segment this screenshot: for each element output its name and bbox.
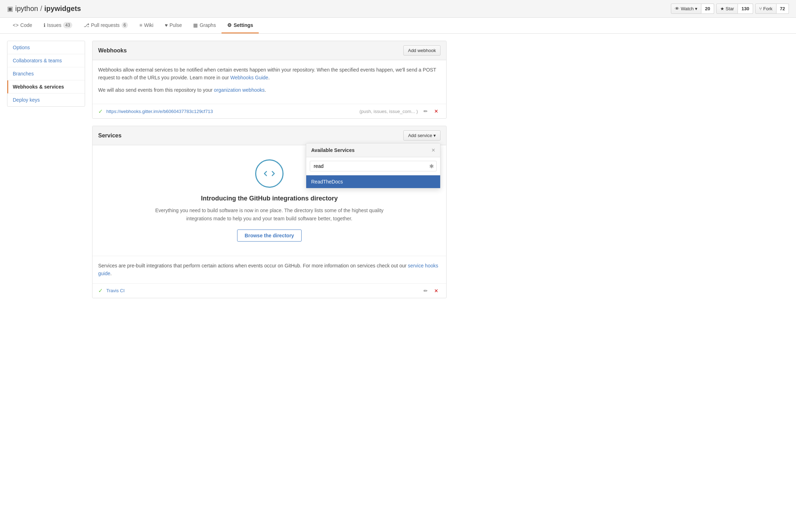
nav-tabs: <> Code ℹ Issues 43 ⎇ Pull requests 6 ≡ … [0,18,796,34]
sidebar-item-branches[interactable]: Branches [7,67,85,80]
repo-name: ipywidgets [44,5,81,13]
issues-badge: 43 [63,22,72,28]
tab-settings-label: Settings [234,22,253,28]
tab-issues[interactable]: ℹ Issues 43 [38,18,78,33]
fork-count: 72 [777,4,789,14]
watch-icon: 👁 [675,6,679,11]
services-section: Services Add service ▾ Available Service… [92,126,447,298]
panel-title: Available Services [311,147,354,153]
webhooks-guide-text: Webhooks Guide [230,75,268,80]
travis-delete-button[interactable]: ✕ [432,287,441,294]
travis-ci-link[interactable]: Travis CI [106,288,418,293]
add-service-label: Add service ▾ [408,133,436,138]
star-group: ★ Star 130 [716,4,753,14]
travis-actions: ✏ ✕ [421,287,441,294]
services-info-text: Services are pre-built integrations that… [98,263,407,268]
org-webhooks-link[interactable]: organization webhooks [214,87,265,93]
tab-pulse-label: Pulse [169,22,182,28]
sidebar-branches-label: Branches [13,71,34,77]
header-actions: 👁 Watch ▾ 20 ★ Star 130 ⑂ Fork 72 [671,4,789,14]
add-service-button[interactable]: Add service ▾ [403,130,441,141]
pr-badge: 6 [122,22,128,28]
webhook-edit-button[interactable]: ✏ [421,108,430,115]
sidebar-item-webhooks[interactable]: Webhooks & services [7,80,85,94]
browse-directory-button[interactable]: Browse the directory [237,230,301,242]
tab-pulse[interactable]: ♥ Pulse [159,18,187,33]
panel-header: Available Services × [306,143,440,157]
service-search-input[interactable] [310,161,437,171]
webhook-url[interactable]: https://webhooks.gitter.im/e/b6060437783… [106,109,356,114]
watch-count: 20 [701,4,714,14]
intro-desc: Everything you need to build software is… [145,206,393,222]
webhooks-section: Webhooks Add webhook Webhooks allow exte… [92,41,447,119]
webhooks-description: Webhooks allow external services to be n… [98,66,441,82]
star-button[interactable]: ★ Star [716,4,738,14]
tab-pull-requests[interactable]: ⎇ Pull requests 6 [78,18,134,33]
sidebar-deploykeys-label: Deploy keys [13,97,40,103]
wiki-icon: ≡ [139,22,142,28]
tab-settings[interactable]: ⚙ Settings [222,18,259,33]
webhooks-header: Webhooks Add webhook [93,41,446,60]
services-header: Services Add service ▾ [93,126,446,145]
sidebar-item-options[interactable]: Options [7,41,85,54]
fork-group: ⑂ Fork 72 [755,4,789,14]
watch-label: Watch [681,6,694,11]
tab-wiki[interactable]: ≡ Wiki [134,18,159,33]
sidebar: Options Collaborators & teams Branches W… [7,41,85,305]
org-webhooks-link-text: organization webhooks [214,87,265,93]
add-webhook-button[interactable]: Add webhook [403,45,441,56]
tab-code[interactable]: <> Code [7,18,38,33]
fork-button[interactable]: ⑂ Fork [755,4,777,14]
panel-close-button[interactable]: × [431,147,435,153]
travis-check-icon: ✓ [98,287,103,294]
settings-icon: ⚙ [227,22,232,28]
code-icon-svg [263,167,276,180]
pullreq-icon: ⎇ [84,22,89,28]
services-directory-icon [255,159,284,188]
sidebar-options-label: Options [13,45,30,50]
star-label: ★ Star [720,6,734,11]
sidebar-collaborators-label: Collaborators & teams [13,58,62,63]
intro-title: Introducing the GitHub integrations dire… [98,195,441,202]
search-wrapper: ✱ [306,157,440,175]
org-webhooks-text: We will also send events from this repos… [98,87,213,93]
pulse-icon: ♥ [165,22,168,28]
webhook-actions: ✏ ✕ [421,108,441,115]
travis-ci-item: ✓ Travis CI ✏ ✕ [93,283,446,298]
service-result-label: ReadTheDocs [311,179,343,185]
page-header: ▣ ipython / ipywidgets 👁 Watch ▾ 20 ★ St… [0,0,796,18]
repo-owner: ipython [15,5,38,13]
clear-icon: ✱ [429,163,434,169]
tab-issues-label: Issues [47,22,61,28]
available-services-panel: Available Services × ✱ ReadTheDocs [306,143,441,188]
search-clear-button[interactable]: ✱ [429,163,434,170]
code-icon: <> [13,22,18,28]
service-result-readthedocs[interactable]: ReadTheDocs [306,175,440,188]
repo-separator: / [40,5,43,13]
sidebar-nav: Options Collaborators & teams Branches W… [7,41,85,107]
webhook-check-icon: ✓ [98,108,103,115]
webhook-item: ✓ https://webhooks.gitter.im/e/b60604377… [93,104,446,118]
org-webhooks-description: We will also send events from this repos… [98,86,441,94]
repo-title: ▣ ipython / ipywidgets [7,5,81,13]
webhooks-body: Webhooks allow external services to be n… [93,60,446,104]
travis-ci-label: Travis CI [106,288,125,293]
star-count: 130 [738,4,753,14]
travis-edit-button[interactable]: ✏ [421,287,430,294]
dropdown-icon: ▾ [695,6,697,11]
sidebar-item-deploy-keys[interactable]: Deploy keys [7,94,85,106]
tab-graphs[interactable]: ▦ Graphs [187,18,222,33]
webhook-delete-button[interactable]: ✕ [432,108,441,115]
issues-icon: ℹ [44,22,45,28]
content-area: Webhooks Add webhook Webhooks allow exte… [92,41,447,305]
tab-graphs-label: Graphs [200,22,216,28]
services-title: Services [98,132,122,139]
watch-button[interactable]: 👁 Watch ▾ [671,4,701,14]
graphs-icon: ▦ [193,22,198,28]
webhooks-title: Webhooks [98,47,127,54]
sidebar-item-collaborators[interactable]: Collaborators & teams [7,54,85,67]
browse-directory-label: Browse the directory [245,233,294,238]
webhooks-guide-link[interactable]: Webhooks Guide [230,75,268,80]
fork-label: ⑂ Fork [759,6,773,11]
tab-pr-label: Pull requests [91,22,120,28]
